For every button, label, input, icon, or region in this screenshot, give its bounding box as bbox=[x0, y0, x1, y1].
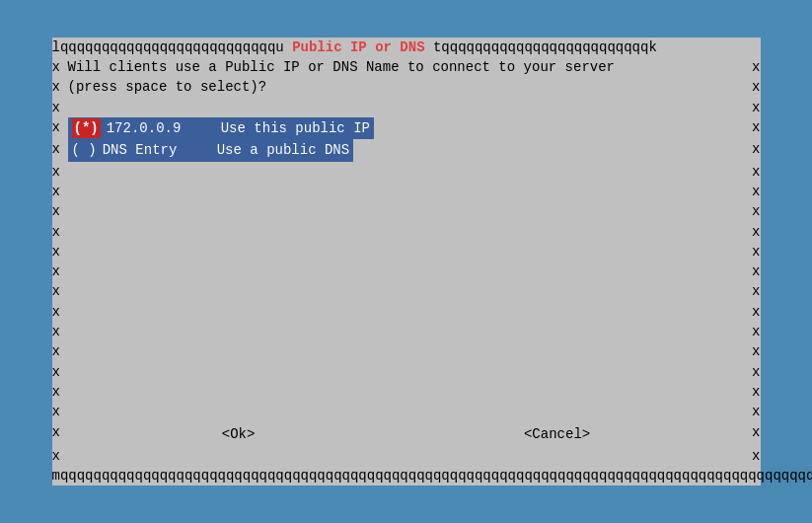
empty-row-0: x x bbox=[52, 98, 761, 117]
empty-row-13: x x bbox=[52, 402, 761, 421]
cancel-button[interactable]: <Cancel> bbox=[516, 424, 598, 444]
empty-row-14: x x bbox=[52, 446, 761, 466]
left-border-opt2: x bbox=[52, 139, 68, 161]
empty-row-9: x x bbox=[52, 322, 761, 341]
option-1-content: (*) 172.0.0.9 Use this public IP bbox=[68, 117, 745, 139]
empty-row-10: x x bbox=[52, 341, 761, 361]
right-border-2: x bbox=[745, 77, 761, 97]
option-1-ip: 172.0.0.9 bbox=[107, 118, 215, 138]
option-row-2: x ( ) DNS Entry Use a public DNS x bbox=[52, 139, 761, 161]
top-border-left: lqqqqqqqqqqqqqqqqqqqqqqqqqqu bbox=[52, 37, 293, 57]
right-border-opt2: x bbox=[745, 139, 761, 161]
left-border-btn: x bbox=[52, 422, 68, 446]
empty-row-11: x x bbox=[52, 362, 761, 382]
left-border-e0: x bbox=[52, 98, 68, 117]
right-border-opt1: x bbox=[745, 117, 761, 139]
empty-row-3: x x bbox=[52, 201, 761, 221]
empty-row-1: x x bbox=[52, 162, 761, 182]
left-border-2: x bbox=[52, 77, 68, 97]
right-border-e0: x bbox=[745, 98, 761, 117]
empty-row-7: x x bbox=[52, 281, 761, 301]
question-row-2: x (press space to select)? x bbox=[52, 77, 761, 97]
empty-row-2: x x bbox=[52, 182, 761, 201]
radio-unselected-icon: ( ) bbox=[72, 140, 97, 160]
right-border-btn: x bbox=[745, 422, 761, 446]
empty-row-6: x x bbox=[52, 262, 761, 281]
empty-content-0 bbox=[68, 98, 745, 117]
terminal-background: lqqqqqqqqqqqqqqqqqqqqqqqqqqu Public IP o… bbox=[0, 0, 812, 523]
left-border-opt1: x bbox=[52, 117, 68, 139]
buttons-row: x <Ok> <Cancel> x bbox=[52, 422, 761, 446]
option-1-desc: Use this public IP bbox=[221, 118, 370, 138]
empty-row-12: x x bbox=[52, 382, 761, 402]
top-border-right: tqqqqqqqqqqqqqqqqqqqqqqqqqk bbox=[425, 37, 657, 57]
option-2-highlight[interactable]: ( ) DNS Entry Use a public DNS bbox=[68, 139, 354, 161]
empty-row-5: x x bbox=[52, 242, 761, 262]
option-2-desc: Use a public DNS bbox=[217, 140, 349, 160]
left-border-1: x bbox=[52, 57, 68, 77]
option-2-content: ( ) DNS Entry Use a public DNS bbox=[68, 139, 745, 161]
option-1-highlight[interactable]: (*) 172.0.0.9 Use this public IP bbox=[68, 117, 374, 139]
empty-row-8: x x bbox=[52, 302, 761, 322]
ok-button[interactable]: <Ok> bbox=[214, 424, 263, 444]
bottom-border-chars: mqqqqqqqqqqqqqqqqqqqqqqqqqqqqqqqqqqqqqqq… bbox=[52, 466, 813, 486]
dialog-title: Public IP or DNS bbox=[292, 37, 424, 57]
option-2-name: DNS Entry bbox=[103, 140, 211, 160]
radio-selected-icon: (*) bbox=[72, 118, 101, 138]
dialog-bottom-border: mqqqqqqqqqqqqqqqqqqqqqqqqqqqqqqqqqqqqqqq… bbox=[52, 466, 761, 486]
empty-row-4: x x bbox=[52, 222, 761, 242]
buttons-content: <Ok> <Cancel> bbox=[68, 422, 745, 446]
question-text-1: Will clients use a Public IP or DNS Name… bbox=[68, 57, 745, 77]
right-border-1: x bbox=[745, 57, 761, 77]
dialog-top-border: lqqqqqqqqqqqqqqqqqqqqqqqqqqu Public IP o… bbox=[52, 37, 761, 57]
question-text-2: (press space to select)? bbox=[68, 77, 745, 97]
option-row-1: x (*) 172.0.0.9 Use this public IP x bbox=[52, 117, 761, 139]
question-row-1: x Will clients use a Public IP or DNS Na… bbox=[52, 57, 761, 77]
dialog-box: lqqqqqqqqqqqqqqqqqqqqqqqqqqu Public IP o… bbox=[52, 37, 761, 486]
